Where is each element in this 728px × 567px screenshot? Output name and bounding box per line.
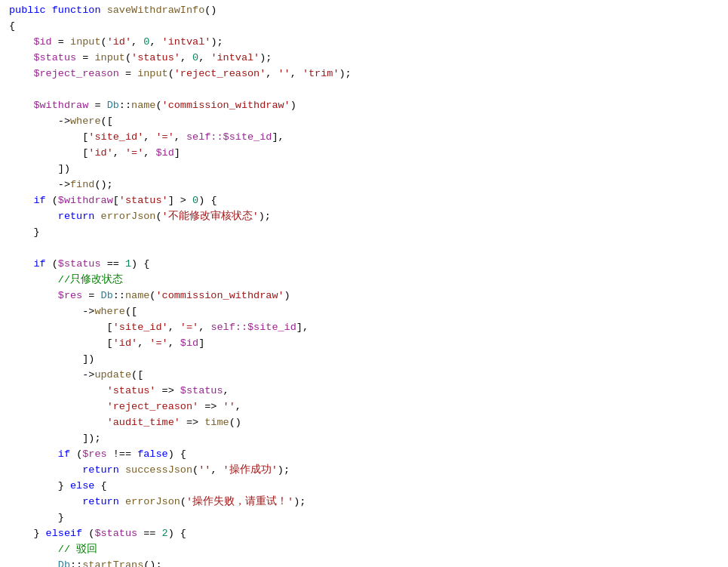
plain-token [9, 384, 107, 399]
plain-token: ); [339, 66, 352, 82]
table-row: } else { [0, 479, 728, 495]
var-token: $id [155, 146, 174, 162]
plain-token: == [101, 257, 125, 273]
plain-token: ([ [131, 368, 143, 384]
plain-token: [ [9, 320, 113, 336]
plain-token: = [76, 51, 94, 66]
table-row: if ($withdraw['status'] > 0) { [0, 193, 728, 209]
plain-token: ( [76, 447, 82, 463]
kw-token: if [9, 257, 52, 273]
var-token: $status [180, 384, 223, 399]
plain-token: ) { [168, 526, 186, 542]
table-row: ->where([ [0, 304, 728, 320]
var-token: $reject_reason [33, 66, 118, 82]
plain-token: , [290, 66, 303, 82]
plain-token: , [266, 66, 278, 82]
plain-token: -> [9, 177, 70, 193]
str-token: 'commission_withdraw' [155, 288, 284, 304]
fn-token: name [131, 98, 155, 114]
table-row: } [0, 225, 728, 241]
kw-token: else [70, 479, 94, 495]
table-row: $withdraw = Db::name('commission_withdra… [0, 98, 728, 114]
plain-token [9, 495, 82, 510]
plain-token: [ [9, 130, 88, 146]
plain-token: , [210, 463, 223, 479]
plain-token: ]) [9, 352, 94, 368]
plain-token: , [137, 336, 149, 352]
plain-token: ); [210, 35, 223, 51]
str-token: '' [198, 463, 210, 479]
num-token: 1 [125, 257, 131, 273]
kw-token: if [9, 193, 52, 209]
plain-token: (); [143, 558, 161, 567]
plain-token [9, 35, 33, 51]
plain-token: -> [9, 114, 70, 130]
kw-token: return [58, 209, 101, 225]
str-token: '=' [149, 336, 167, 352]
kw-token: false [137, 447, 168, 463]
plain-token: , [131, 35, 143, 51]
plain-token [9, 51, 33, 66]
plain-token: , [198, 51, 210, 66]
plain-token: [ [9, 146, 88, 162]
str-token: 'reject_reason' [174, 66, 266, 82]
plain-token: => [155, 384, 180, 399]
table-row: if ($res !== false) { [0, 447, 728, 463]
fn-token: find [70, 177, 94, 193]
plain-token: , [113, 146, 125, 162]
plain-token: => [198, 399, 223, 415]
plain-token: ( [192, 463, 198, 479]
plain-token: , [180, 51, 192, 66]
plain-token: = [88, 98, 106, 114]
str-token: 'id' [113, 336, 137, 352]
str-token: 'audit_time' [107, 415, 180, 431]
table-row: Db::startTrans(); [0, 558, 728, 567]
kw-token: if [9, 447, 76, 463]
plain-token: -> [9, 368, 94, 384]
table-row: $status = input('status', 0, 'intval'); [0, 51, 728, 66]
str-token: '=' [180, 320, 198, 336]
num-token: 0 [192, 193, 198, 209]
table-row: 'reject_reason' => '', [0, 399, 728, 415]
plain-token: ]) [9, 162, 70, 177]
str-token: '不能修改审核状态' [162, 209, 259, 225]
table-row [0, 82, 728, 98]
table-row: 'status' => $status, [0, 384, 728, 399]
plain-token: ([ [125, 304, 137, 320]
str-token: 'trim' [303, 66, 339, 82]
plain-token [9, 415, 107, 431]
table-row: ->where([ [0, 114, 728, 130]
plain-token: ); [278, 463, 290, 479]
table-row: ]) [0, 162, 728, 177]
plain-token: [ [9, 336, 113, 352]
var-token: $res [58, 288, 82, 304]
var-token: self::$site_id [210, 320, 296, 336]
fn-token: input [94, 51, 125, 66]
table-row: //只修改状态 [0, 273, 728, 288]
fn-token: errorJson [101, 209, 156, 225]
table-row: ->update([ [0, 368, 728, 384]
var-token: $id [33, 35, 51, 51]
var-token: $id [180, 336, 198, 352]
plain-token: ] > [168, 193, 192, 209]
num-token: 2 [162, 526, 168, 542]
plain-token: , [223, 384, 229, 399]
str-token: '操作成功' [223, 463, 278, 479]
kw-token: function [52, 3, 107, 19]
class-name-token: Db [101, 288, 113, 304]
table-row: ['id', '=', $id] [0, 336, 728, 352]
str-token: 'status' [119, 193, 168, 209]
str-token: '' [278, 66, 290, 82]
plain-token: } [9, 225, 40, 241]
plain-token: , [174, 130, 186, 146]
plain-token: , [198, 320, 210, 336]
fn-token: time [204, 415, 229, 431]
plain-token: () [229, 415, 241, 431]
plain-token [9, 399, 107, 415]
class-name-token: Db [58, 558, 70, 567]
plain-token: } [9, 510, 64, 526]
plain-token: } [9, 479, 70, 495]
plain-token: } [9, 526, 46, 542]
str-token: 'intval' [210, 51, 260, 66]
table-row: 'audit_time' => time() [0, 415, 728, 431]
